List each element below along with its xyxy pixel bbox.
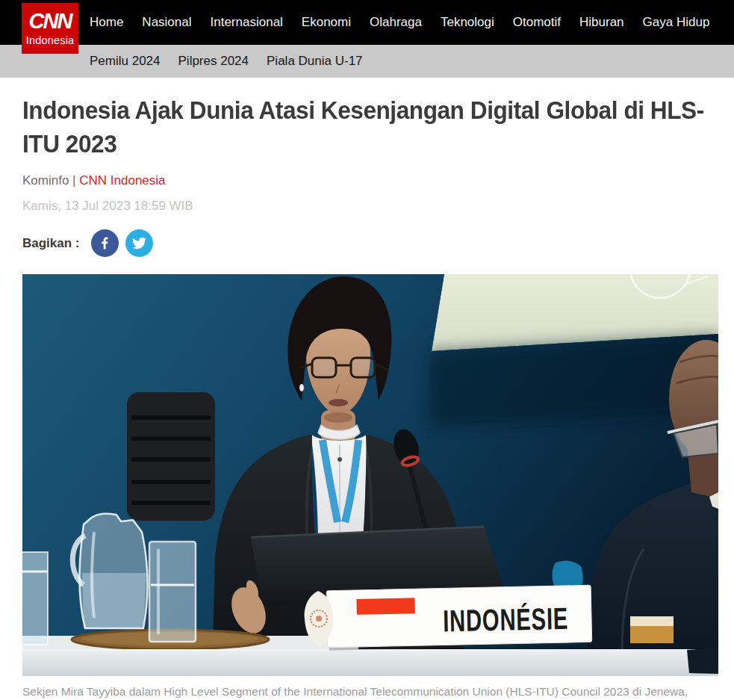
- nav-item-hiburan[interactable]: Hiburan: [579, 15, 624, 30]
- nav-item-otomotif[interactable]: Otomotif: [513, 15, 561, 30]
- main-menu: Home Nasional Internasional Ekonomi Olah…: [0, 15, 709, 30]
- water-pitcher: [72, 514, 147, 629]
- byline-brand-link[interactable]: CNN Indonesia: [79, 173, 165, 188]
- nav-item-ekonomi[interactable]: Ekonomi: [302, 15, 351, 30]
- article: Indonesia Ajak Dunia Atasi Kesenjangan D…: [0, 93, 734, 700]
- article-date: Kamis, 13 Jul 2023 18:59 WIB: [22, 199, 712, 214]
- conference-chair: [127, 392, 215, 521]
- nav-item-gaya-hidup[interactable]: Gaya Hidup: [643, 15, 710, 30]
- subnav-item-pilpres-2024[interactable]: Pilpres 2024: [178, 54, 249, 69]
- nav-item-nasional[interactable]: Nasional: [142, 15, 191, 30]
- share-row: Bagikan :: [22, 229, 712, 257]
- subnav-item-pemilu-2024[interactable]: Pemilu 2024: [90, 54, 161, 69]
- juice-glass: [630, 616, 674, 643]
- nav-item-internasional[interactable]: Internasional: [211, 15, 283, 30]
- top-navbar: CNN Indonesia Home Nasional Internasiona…: [0, 0, 734, 45]
- cnn-indonesia-logo[interactable]: CNN Indonesia: [22, 3, 78, 54]
- facebook-icon: [98, 236, 112, 250]
- twitter-icon: [132, 236, 146, 250]
- placard-country-text: INDONÉSIE: [443, 601, 569, 639]
- byline-source: Kominfo |: [22, 173, 76, 188]
- share-label: Bagikan :: [22, 236, 80, 251]
- article-photo-figure: ITU: [22, 274, 712, 700]
- table-front-edge: [22, 650, 718, 676]
- water-glass-left: [22, 552, 48, 645]
- page: CNN Indonesia Home Nasional Internasiona…: [0, 0, 734, 700]
- subnav-item-piala-dunia-u17[interactable]: Piala Dunia U-17: [267, 54, 363, 69]
- water-glass-right: [149, 542, 196, 642]
- nav-item-home[interactable]: Home: [90, 15, 123, 30]
- photo-caption: Sekjen Mira Tayyiba dalam High Level Seg…: [22, 683, 718, 700]
- nav-item-teknologi[interactable]: Teknologi: [441, 15, 494, 30]
- mouth: [329, 399, 348, 406]
- nav-item-olahraga[interactable]: Olahraga: [370, 15, 422, 30]
- earring: [299, 384, 304, 391]
- indonesia-flag-icon: [356, 598, 414, 616]
- article-title: Indonesia Ajak Dunia Atasi Kesenjangan D…: [22, 93, 706, 161]
- logo-sub-text: Indonesia: [26, 34, 75, 46]
- article-photo: ITU: [22, 274, 718, 676]
- country-placard: INDONÉSIE: [326, 586, 592, 651]
- twitter-share-button[interactable]: [125, 229, 153, 257]
- byline: Kominfo | CNN Indonesia: [22, 173, 712, 188]
- facebook-share-button[interactable]: [91, 229, 119, 257]
- logo-main-text: CNN: [29, 10, 72, 32]
- sub-navbar: Pemilu 2024 Pilpres 2024 Piala Dunia U-1…: [0, 45, 734, 78]
